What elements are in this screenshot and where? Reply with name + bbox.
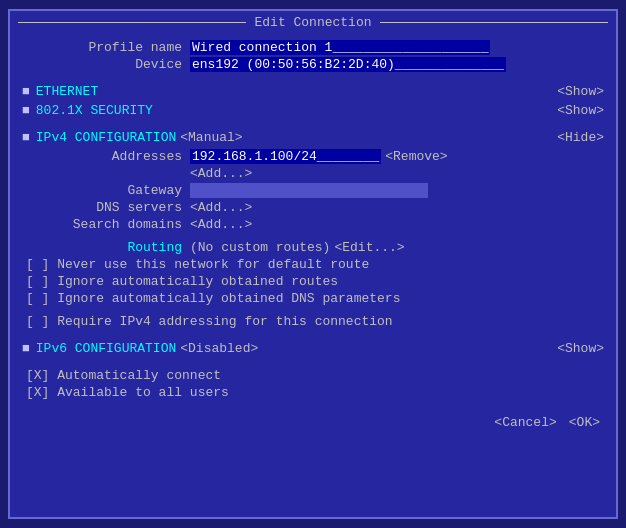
security-bullet: ■ [22,103,30,118]
search-value[interactable]: <Add...> [190,217,252,232]
check1-row: [ ] Never use this network for default r… [22,257,604,272]
ethernet-show[interactable]: <Show> [557,84,604,99]
gateway-label: Gateway [22,183,182,198]
profile-value[interactable]: Wired connection 1____________________ [190,40,490,55]
ipv4-hide[interactable]: <Hide> [557,130,604,145]
addresses-label: Addresses [22,149,182,164]
security-show[interactable]: <Show> [557,103,604,118]
gateway-value[interactable] [190,183,428,198]
search-label: Search domains [22,217,182,232]
check2[interactable]: [ ] Ignore automatically obtained routes [26,274,338,289]
ipv4-section: ■ IPv4 CONFIGURATION <Manual> <Hide> [22,130,604,145]
dns-value[interactable]: <Add...> [190,200,252,215]
routing-row: Routing (No custom routes) <Edit...> [22,240,604,255]
profile-label: Profile name [22,40,182,55]
check3[interactable]: [ ] Ignore automatically obtained DNS pa… [26,291,400,306]
dns-row: DNS servers <Add...> [22,200,604,215]
security-label[interactable]: 802.1X SECURITY [36,103,153,118]
ipv6-label[interactable]: IPv6 CONFIGURATION [36,341,176,356]
routing-value: (No custom routes) [190,240,330,255]
gateway-row: Gateway [22,183,604,198]
addresses-value[interactable]: 192.168.1.100/24________ [190,149,381,164]
edit-connection-window: Edit Connection Profile name Wired conne… [8,9,618,519]
ipv6-bullet: ■ [22,341,30,356]
ethernet-bullet: ■ [22,84,30,99]
ok-button[interactable]: <OK> [565,414,604,431]
check3-row: [ ] Ignore automatically obtained DNS pa… [22,291,604,306]
all-users[interactable]: [X] Available to all users [26,385,229,400]
remove-link[interactable]: <Remove> [385,149,447,164]
routing-edit[interactable]: <Edit...> [334,240,404,255]
all-users-row: [X] Available to all users [22,385,604,400]
addresses-row: Addresses 192.168.1.100/24________ <Remo… [22,149,604,164]
ipv6-mode[interactable]: <Disabled> [180,341,258,356]
device-row: Device ens192 (00:50:56:B2:2D:40)_______… [22,57,604,72]
auto-connect[interactable]: [X] Automatically connect [26,368,221,383]
add-address-link[interactable]: <Add...> [190,166,252,181]
security-section: ■ 802.1X SECURITY <Show> [22,103,604,118]
check4-row: [ ] Require IPv4 addressing for this con… [22,314,604,329]
device-value[interactable]: ens192 (00:50:56:B2:2D:40)______________ [190,57,506,72]
dns-label: DNS servers [22,200,182,215]
ipv4-bullet: ■ [22,130,30,145]
ipv6-show[interactable]: <Show> [557,341,604,356]
title-bar: Edit Connection [10,11,616,34]
check1[interactable]: [ ] Never use this network for default r… [26,257,369,272]
check2-row: [ ] Ignore automatically obtained routes [22,274,604,289]
cancel-button[interactable]: <Cancel> [490,414,560,431]
ipv4-mode[interactable]: <Manual> [180,130,242,145]
bottom-buttons: <Cancel> <OK> [10,406,616,435]
device-label: Device [22,57,182,72]
routing-label: Routing [22,240,182,255]
window-title: Edit Connection [254,15,371,30]
ipv4-label[interactable]: IPv4 CONFIGURATION [36,130,176,145]
auto-connect-row: [X] Automatically connect [22,368,604,383]
ethernet-label[interactable]: ETHERNET [36,84,98,99]
profile-row: Profile name Wired connection 1_________… [22,40,604,55]
check4[interactable]: [ ] Require IPv4 addressing for this con… [26,314,393,329]
search-row: Search domains <Add...> [22,217,604,232]
ipv6-section: ■ IPv6 CONFIGURATION <Disabled> <Show> [22,341,604,356]
ethernet-section: ■ ETHERNET <Show> [22,84,604,99]
add-address-row: <Add...> [22,166,604,181]
